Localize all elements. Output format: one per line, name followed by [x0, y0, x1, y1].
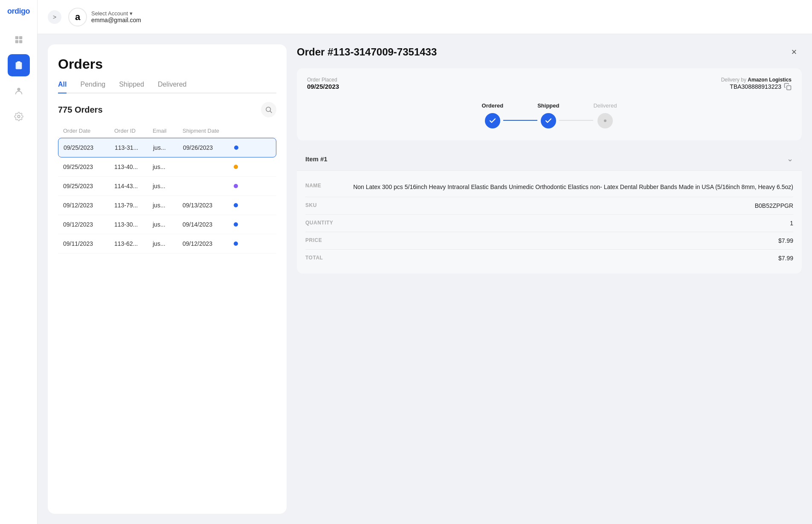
row-status: [234, 144, 251, 151]
progress-step-delivered: Delivered: [593, 102, 617, 128]
sidebar-item-orders[interactable]: [8, 54, 30, 76]
row-order-id: 114-43...: [114, 183, 153, 189]
select-account-dropdown[interactable]: Select Account ▾: [91, 10, 141, 17]
tab-all[interactable]: All: [58, 81, 67, 93]
amazon-logo: a: [68, 8, 87, 26]
item-price-label: PRICE: [305, 237, 339, 243]
header: > a Select Account ▾ emma@gmail.com: [38, 0, 812, 34]
chevron-down-icon: ▾: [130, 10, 133, 17]
delivery-by-label: Delivery by Amazon Logistics: [721, 77, 792, 83]
copy-icon[interactable]: [784, 83, 792, 90]
item-price-row: PRICE $7.99: [305, 232, 793, 250]
item-sku-row: SKU B0B52ZPPGR: [305, 197, 793, 215]
row-order-date: 09/25/2023: [63, 163, 114, 170]
step-delivered-label: Delivered: [593, 102, 617, 109]
item-quantity-value: 1: [346, 220, 793, 227]
table-row[interactable]: 09/25/2023 114-43... jus...: [58, 177, 276, 196]
collapse-button[interactable]: >: [48, 10, 61, 24]
svg-rect-0: [15, 36, 18, 39]
svg-point-10: [17, 115, 20, 118]
item-sku-value: B0B52ZPPGR: [346, 202, 793, 209]
item-total-value: $7.99: [346, 255, 793, 262]
svg-rect-2: [15, 40, 18, 43]
item-sku-label: SKU: [305, 202, 339, 208]
main-area: > a Select Account ▾ emma@gmail.com Orde…: [38, 0, 812, 524]
table-row[interactable]: 09/12/2023 113-79... jus... 09/13/2023: [58, 196, 276, 215]
row-shipment-date: 09/12/2023: [183, 240, 234, 247]
search-button[interactable]: [261, 102, 276, 117]
item-total-row: TOTAL $7.99: [305, 250, 793, 267]
sidebar-item-profile[interactable]: [8, 80, 30, 102]
progress-step-shipped: Shipped: [537, 102, 559, 128]
item-price-value: $7.99: [346, 237, 793, 244]
item-number: Item #1: [305, 155, 328, 163]
item-quantity-row: QUANTITY 1: [305, 215, 793, 232]
order-placed-date: 09/25/2023: [307, 83, 339, 90]
order-placed-section: Order Placed 09/25/2023: [307, 77, 339, 90]
row-order-id: 113-30...: [114, 221, 153, 228]
account-selector[interactable]: a Select Account ▾ emma@gmail.com: [68, 8, 141, 26]
row-email: jus...: [153, 183, 183, 189]
orders-count: 775 Orders: [58, 105, 103, 115]
row-status: [234, 221, 251, 228]
tab-delivered[interactable]: Delivered: [158, 81, 187, 93]
table-row[interactable]: 09/25/2023 113-40... jus...: [58, 157, 276, 177]
content-area: Orders All Pending Shipped Delivered 775…: [38, 34, 812, 524]
orders-panel: Orders All Pending Shipped Delivered 775…: [48, 44, 287, 514]
item-collapse-button[interactable]: ⌄: [787, 154, 793, 163]
select-account-label: Select Account: [91, 10, 128, 17]
row-email: jus...: [153, 221, 183, 228]
orders-table: 09/25/2023 113-31... jus... 09/26/2023 0…: [58, 138, 276, 253]
col-order-date: Order Date: [63, 128, 114, 134]
account-email: emma@gmail.com: [91, 17, 141, 23]
tabs: All Pending Shipped Delivered: [58, 81, 276, 93]
svg-point-11: [266, 107, 271, 112]
table-row[interactable]: 09/12/2023 113-30... jus... 09/14/2023: [58, 215, 276, 234]
col-status: [234, 128, 251, 134]
row-email: jus...: [153, 163, 183, 170]
table-row[interactable]: 09/11/2023 113-62... jus... 09/12/2023: [58, 234, 276, 253]
row-shipment-date: 09/26/2023: [183, 144, 234, 151]
tracking-number: TBA308888913223: [730, 83, 781, 90]
tab-shipped[interactable]: Shipped: [119, 81, 144, 93]
svg-rect-7: [17, 66, 20, 66]
progress-line-2: [559, 120, 593, 121]
row-status: [234, 163, 251, 170]
svg-point-14: [604, 119, 606, 122]
row-status: [234, 240, 251, 247]
row-order-date: 09/25/2023: [63, 183, 114, 189]
svg-rect-6: [17, 64, 20, 65]
item-quantity-label: QUANTITY: [305, 220, 339, 226]
orders-count-row: 775 Orders: [58, 102, 276, 117]
col-order-id: Order ID: [114, 128, 153, 134]
row-email: jus...: [153, 240, 183, 247]
step-shipped-circle: [541, 113, 556, 128]
orders-title: Orders: [58, 56, 276, 72]
tab-pending[interactable]: Pending: [80, 81, 105, 93]
row-order-id: 113-62...: [114, 240, 153, 247]
sidebar-item-dashboard[interactable]: [8, 29, 30, 51]
row-order-id: 113-31...: [115, 144, 153, 151]
order-number: Order #113-3147009-7351433: [297, 46, 437, 58]
order-meta-row: Order Placed 09/25/2023 Delivery by Amaz…: [307, 77, 792, 90]
row-order-date: 09/25/2023: [64, 144, 115, 151]
step-shipped-label: Shipped: [537, 102, 559, 109]
delivery-section: Delivery by Amazon Logistics TBA30888891…: [721, 77, 792, 90]
order-detail-panel: Order #113-3147009-7351433 × Order Place…: [297, 44, 802, 514]
svg-rect-5: [17, 61, 20, 63]
sidebar-item-settings[interactable]: [8, 105, 30, 128]
order-placed-label: Order Placed: [307, 77, 339, 83]
svg-rect-8: [17, 67, 19, 67]
close-button[interactable]: ×: [786, 44, 802, 60]
row-shipment-date: 09/14/2023: [183, 221, 234, 228]
row-status: [234, 202, 251, 209]
row-status: [234, 183, 251, 189]
svg-rect-1: [19, 36, 22, 39]
step-ordered-circle: [485, 113, 500, 128]
table-row[interactable]: 09/25/2023 113-31... jus... 09/26/2023: [58, 138, 276, 157]
item-card-header: Item #1 ⌄: [297, 147, 802, 171]
row-shipment-date: 09/13/2023: [183, 202, 234, 209]
item-name-row: NAME Non Latex 300 pcs 5/16inch Heavy In…: [305, 178, 793, 197]
row-order-id: 113-79...: [114, 202, 153, 209]
sidebar-logo: ordigo: [7, 7, 30, 16]
